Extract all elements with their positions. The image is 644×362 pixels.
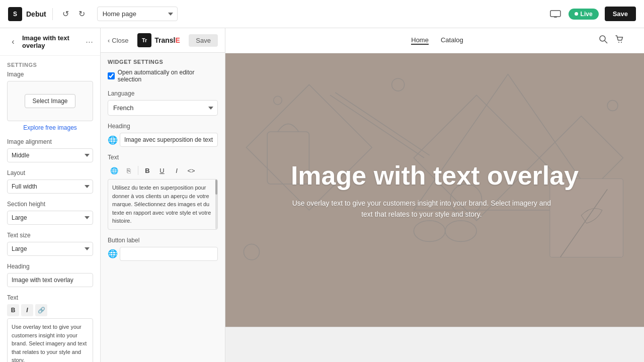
transl-logo: Tr TranslE	[137, 33, 180, 47]
translation-content: WIDGET SETTINGS Open automatically on ed…	[101, 53, 225, 362]
text-translation-group: Text 🌐 ⎘ B U I <> Utilisez du texte en s…	[108, 154, 218, 230]
more-button[interactable]: ···	[86, 37, 93, 46]
text-editor-toolbar: 🌐 ⎘ B U I <>	[108, 164, 218, 177]
section-height-label: Section height	[7, 201, 93, 208]
image-alignment-group: Image alignment Middle Left Right	[7, 138, 93, 162]
heading-label: Heading	[7, 263, 93, 270]
text-size-select[interactable]: Large Small Medium	[7, 242, 93, 256]
heading-input[interactable]	[7, 273, 93, 287]
editor-scroll-thumb	[215, 179, 217, 195]
transl-icon: Tr	[137, 33, 151, 47]
toolbar-separator	[138, 166, 138, 175]
page-select[interactable]: Home page About Contact	[97, 7, 178, 21]
italic-button[interactable]: I	[21, 304, 33, 316]
text-size-group: Text size Large Small Medium	[7, 232, 93, 256]
nav-catalog-link[interactable]: Catalog	[441, 36, 463, 45]
preview-nav-icons	[599, 35, 624, 46]
undo-redo-group: ↺ ↻	[59, 7, 89, 21]
preview-hero: Image with text overlay Use overlay text…	[225, 53, 644, 327]
panel-title: Image with text overlay	[22, 34, 86, 49]
live-badge: Live	[569, 9, 599, 20]
close-chevron: ‹	[108, 37, 110, 44]
back-button[interactable]: ‹	[7, 36, 19, 48]
live-dot	[575, 12, 578, 16]
translate-icon-btn[interactable]: 🌐	[108, 164, 121, 177]
button-label-section-label: Button label	[108, 237, 218, 244]
image-alignment-select[interactable]: Middle Left Right	[7, 148, 93, 162]
heading-translation-label: Heading	[108, 123, 218, 130]
heading-translation-input[interactable]	[120, 133, 218, 147]
svg-point-5	[618, 42, 619, 43]
text-group: Text B I 🔗 Use overlay text to give your…	[7, 294, 93, 362]
section-height-select[interactable]: Large Small Medium	[7, 211, 93, 225]
svg-point-3	[600, 36, 605, 41]
svg-point-16	[244, 244, 259, 260]
svg-point-6	[621, 42, 622, 43]
heading-translation-group: Heading 🌐	[108, 123, 218, 147]
translation-header: ‹ Close Tr TranslE Save	[101, 28, 225, 53]
topbar-left: S Debut ↺ ↻ Home page About Contact	[8, 7, 178, 21]
hero-subtitle: Use overlay text to give your customers …	[291, 198, 552, 220]
image-label: Image	[7, 71, 93, 78]
language-select-wrap: French Spanish German Italian	[108, 100, 218, 116]
undo-button[interactable]: ↺	[59, 7, 73, 21]
translate-icon: 🌐	[108, 135, 118, 145]
text-label: Text	[7, 294, 93, 301]
explore-free-images-link[interactable]: Explore free images	[7, 124, 93, 131]
topbar: S Debut ↺ ↻ Home page About Contact Live	[0, 0, 644, 28]
svg-line-4	[605, 41, 607, 43]
translation-save-button[interactable]: Save	[189, 34, 218, 47]
left-panel-content: Image Select Image Explore free images I…	[0, 71, 100, 362]
svg-line-17	[330, 95, 424, 158]
settings-label: SETTINGS	[0, 56, 100, 71]
text-toolbar: B I 🔗	[7, 304, 93, 316]
heading-group: Heading	[7, 263, 93, 287]
translation-panel: ‹ Close Tr TranslE Save WIDGET SETTINGS …	[101, 28, 225, 362]
auto-open-label: Open automatically on editor selection	[118, 69, 218, 83]
divider	[52, 8, 53, 20]
select-image-button[interactable]: Select Image	[25, 94, 75, 108]
preview-footer-bar	[225, 327, 644, 362]
cart-icon[interactable]	[615, 35, 624, 46]
topbar-save-button[interactable]: Save	[605, 7, 636, 21]
auto-open-checkbox[interactable]	[108, 72, 115, 79]
heading-translation-row: 🌐	[108, 133, 218, 147]
transl-name: TranslE	[154, 36, 180, 44]
text-editor-content[interactable]: Utilisez du texte en superposition pour …	[108, 179, 217, 229]
section-height-group: Section height Large Small Medium	[7, 201, 93, 225]
image-upload-area: Select Image	[7, 81, 93, 121]
close-label: Close	[112, 37, 128, 44]
topbar-right: Live Save	[548, 7, 636, 21]
bold-button[interactable]: B	[7, 304, 19, 316]
language-section-label: Language	[108, 90, 218, 97]
italic-btn[interactable]: I	[170, 164, 183, 177]
layout-select[interactable]: Full width Boxed	[7, 179, 93, 194]
text-translation-label: Text	[108, 154, 218, 161]
text-content[interactable]: Use overlay text to give your customers …	[7, 318, 93, 362]
redo-button[interactable]: ↻	[75, 7, 89, 21]
button-label-input[interactable]	[120, 247, 218, 261]
svg-point-11	[274, 96, 282, 105]
link-button[interactable]: 🔗	[35, 304, 47, 316]
language-select[interactable]: French Spanish German Italian	[108, 100, 218, 116]
code-btn[interactable]: <>	[185, 164, 198, 177]
bold-btn[interactable]: B	[141, 164, 154, 177]
hero-text-overlay: Image with text overlay Use overlay text…	[281, 150, 589, 230]
app-brand: Debut	[26, 10, 46, 18]
preview-nav-links: Home Catalog	[411, 36, 463, 45]
editor-scrollbar[interactable]	[215, 179, 217, 229]
page-selector[interactable]: Home page About Contact	[97, 7, 178, 21]
copy-button[interactable]: ⎘	[122, 164, 135, 177]
left-panel-header: ‹ Image with text overlay ···	[0, 28, 100, 56]
preview-nav: Home Catalog	[225, 28, 644, 53]
close-button[interactable]: ‹ Close	[108, 37, 129, 44]
preview-icon[interactable]	[548, 7, 562, 21]
app-logo: S	[8, 7, 22, 21]
search-icon[interactable]	[599, 35, 608, 46]
left-panel: ‹ Image with text overlay ··· SETTINGS I…	[0, 28, 101, 362]
preview-area: Home Catalog	[225, 28, 644, 362]
underline-btn[interactable]: U	[155, 164, 169, 177]
button-label-row: 🌐	[108, 247, 218, 261]
image-alignment-label: Image alignment	[7, 138, 93, 145]
nav-home-link[interactable]: Home	[411, 36, 429, 45]
